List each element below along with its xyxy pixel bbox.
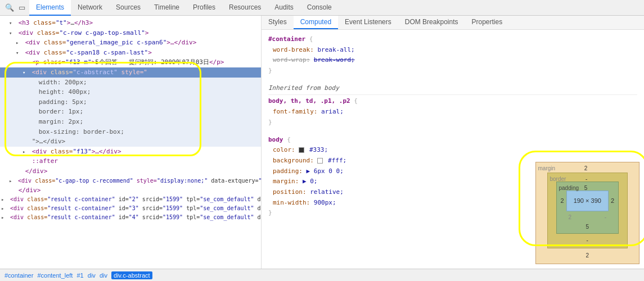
css-prop-color: color:	[273, 146, 295, 153]
margin-right-val: -	[605, 212, 606, 222]
tab-resources[interactable]: Resources	[222, 0, 268, 16]
css-rule-strikethrough: word-wrap: break-word;	[273, 55, 637, 66]
breadcrumb-container[interactable]: #container	[4, 272, 33, 279]
device-icon[interactable]: ▭	[17, 3, 27, 13]
tab-dom-breakpoints[interactable]: DOM Breakpoints	[398, 16, 465, 29]
css-value-position: relative;	[310, 188, 344, 196]
triangle-icon[interactable]	[1, 205, 7, 212]
dom-line[interactable]: <h3 class="t">…</h3>	[0, 18, 261, 28]
dom-line[interactable]: <div class="c-gap-top c-recommend" style…	[0, 176, 261, 185]
dom-line[interactable]: <div class="c-span18 c-span-last">	[0, 48, 261, 58]
box-model: margin 2 border - padding 5	[535, 162, 640, 264]
padding-label: padding	[559, 183, 579, 193]
content-dimensions: 190 × 390	[574, 197, 601, 204]
search-icon[interactable]: 🔍	[4, 3, 15, 13]
css-prop-position: position:	[273, 188, 307, 196]
tab-sources[interactable]: Sources	[109, 0, 147, 16]
dom-style-line[interactable]: box-sizing: border-box;	[0, 127, 261, 137]
triangle-icon[interactable]	[22, 148, 28, 156]
dom-line[interactable]: ">…</div>	[0, 137, 261, 147]
toolbar-tabs: Elements Network Sources Timeline Profil…	[29, 0, 339, 16]
css-rule: word-break: break-all;	[273, 45, 637, 56]
triangle-icon[interactable]	[9, 19, 15, 27]
dom-line-selected[interactable]: <div class="c-abstract" style="	[0, 67, 261, 78]
dom-line[interactable]: <div class="f13">…</div>	[0, 147, 261, 157]
tab-network[interactable]: Network	[71, 0, 109, 16]
dom-style-line[interactable]: width: 200px;	[0, 78, 261, 88]
tab-properties[interactable]: Properties	[465, 16, 509, 29]
css-section-body-elements: body, th, td, .p1, .p2 { font-family: ar…	[268, 96, 637, 128]
breadcrumb-div-cabstract[interactable]: div.c-abstract	[111, 271, 152, 279]
padding-right-val: 2	[609, 196, 616, 206]
dom-line[interactable]: </div>	[0, 185, 261, 196]
dom-line[interactable]: <div class="general_image_pic c-span6">……	[0, 38, 261, 48]
css-value-strikethrough-text: break-word;	[314, 56, 355, 64]
dom-panel[interactable]: <h3 class="t">…</h3> <div class="c-row c…	[0, 16, 262, 269]
tab-styles[interactable]: Styles	[262, 16, 294, 29]
css-prop-strikethrough: word-wrap:	[273, 56, 310, 64]
dom-line[interactable]: <div class="result c-container" id="2" s…	[0, 195, 261, 204]
css-rule-2: font-family: arial;	[273, 107, 637, 117]
tab-timeline[interactable]: Timeline	[147, 0, 186, 16]
tab-event-listeners[interactable]: Event Listeners	[338, 16, 398, 29]
dom-style-line[interactable]: height: 400px;	[0, 87, 261, 97]
css-selector-body: body {	[268, 135, 637, 146]
breadcrumb: #container #content_left #1 div div div.…	[0, 269, 644, 281]
triangle-icon[interactable]	[22, 69, 28, 76]
css-block-2: font-family: arial;	[273, 107, 637, 117]
tab-audits[interactable]: Audits	[268, 0, 300, 16]
margin-top-val: 2	[584, 164, 588, 173]
breadcrumb-content-left[interactable]: #content_left	[37, 272, 73, 279]
border-bottom-val: -	[550, 235, 626, 246]
css-rule-color: color: #333;	[273, 145, 637, 156]
tab-profiles[interactable]: Profiles	[186, 0, 222, 16]
tab-elements[interactable]: Elements	[29, 0, 71, 16]
dom-style-line[interactable]: padding: 5px;	[0, 97, 261, 107]
css-prop-margin: margin:	[273, 178, 299, 185]
css-value-color: #333;	[309, 146, 328, 153]
css-rules-container: word-break: break-all; word-wrap: break-…	[273, 45, 637, 66]
css-selector-container: #container {	[268, 34, 637, 45]
main-content: <h3 class="t">…</h3> <div class="c-row c…	[0, 16, 644, 269]
breadcrumb-div2[interactable]: div	[100, 272, 107, 279]
margin-left-val: 2	[569, 212, 572, 222]
triangle-icon[interactable]	[9, 29, 15, 37]
css-selector-text: #container	[268, 35, 305, 43]
margin-label: margin	[538, 164, 556, 173]
breadcrumb-div1[interactable]: div	[88, 272, 96, 279]
dom-line[interactable]: ::after	[0, 156, 261, 166]
css-selector-body-elements: body, th, td, .p1, .p2 {	[268, 96, 637, 107]
content-box: 190 × 390	[566, 191, 609, 211]
tab-console[interactable]: Console	[300, 0, 339, 16]
dom-line[interactable]: </div>	[0, 166, 261, 176]
dom-line[interactable]: <div class="result c-container" id="3" s…	[0, 204, 261, 213]
app-container: 🔍 ▭ Elements Network Sources Timeline Pr…	[0, 0, 644, 281]
breadcrumb-id1[interactable]: #1	[77, 272, 84, 279]
dom-style-line[interactable]: margin: 2px;	[0, 117, 261, 127]
css-value-padding-text: 6px 0 0;	[314, 167, 344, 175]
dom-line[interactable]: <div class="c-row c-gap-top-small">	[0, 28, 261, 38]
dom-line[interactable]: <div class="result c-container" id="4" s…	[0, 213, 261, 222]
styles-panel: Styles Computed Event Listeners DOM Brea…	[262, 16, 644, 269]
css-prop-2: font-family:	[273, 108, 317, 115]
dom-style-line[interactable]: border: 1px;	[0, 107, 261, 117]
css-value-minwidth: 900px;	[314, 199, 336, 206]
css-value-text: break-all;	[317, 46, 354, 53]
css-prop-minwidth: min-width:	[273, 199, 310, 206]
triangle-icon[interactable]	[9, 177, 15, 185]
tab-computed[interactable]: Computed	[294, 16, 338, 29]
triangle-icon[interactable]	[16, 39, 21, 47]
css-value-padding: ▶	[307, 167, 314, 175]
padding-left-val: 2	[559, 196, 566, 206]
triangle-icon[interactable]	[1, 196, 7, 203]
triangle-icon[interactable]	[1, 214, 7, 221]
inherited-section-header: Inherited from body	[268, 83, 637, 96]
padding-bottom-val: 5	[559, 222, 617, 232]
styles-content[interactable]: #container { word-break: break-all; word…	[262, 30, 644, 269]
css-selector-body-text: body	[268, 136, 283, 143]
triangle-icon[interactable]	[16, 49, 21, 57]
css-prop-padding: padding:	[273, 167, 303, 175]
dom-line[interactable]: <p class="f13 m">5个回答 - 提问时间: 2009年07月03…	[0, 57, 261, 67]
css-value-margin-text: 0;	[310, 178, 317, 185]
margin-bottom-val: 2	[538, 251, 637, 261]
